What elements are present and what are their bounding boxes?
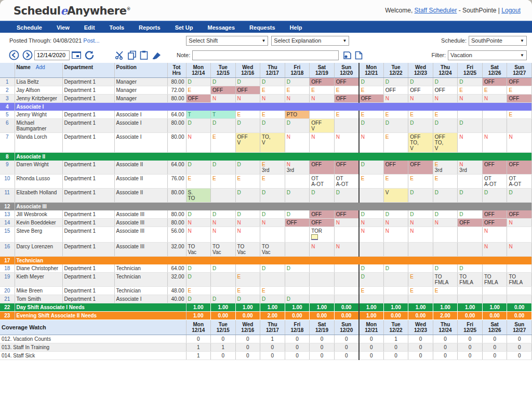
schedule-cell[interactable]: D: [211, 161, 236, 175]
shift-select[interactable]: Select Shift▼: [186, 36, 268, 46]
schedule-cell[interactable]: OFF: [408, 161, 433, 175]
schedule-cell[interactable]: [211, 273, 236, 287]
schedule-cell[interactable]: OFF: [482, 161, 507, 175]
schedule-cell[interactable]: N: [235, 227, 260, 243]
schedule-cell[interactable]: D: [186, 161, 211, 175]
schedule-cell[interactable]: TOFMLA: [458, 273, 483, 287]
schedule-cell[interactable]: OFF: [186, 95, 211, 103]
date-input[interactable]: [34, 50, 70, 60]
refresh-icon[interactable]: [85, 50, 94, 60]
schedule-cell[interactable]: D: [433, 264, 458, 273]
schedule-cell[interactable]: [383, 243, 408, 257]
schedule-cell[interactable]: E: [334, 86, 359, 95]
schedule-cell[interactable]: OFF: [310, 210, 335, 219]
schedule-cell[interactable]: [285, 227, 310, 243]
schedule-cell[interactable]: N: [211, 227, 236, 243]
schedule-cell[interactable]: E: [433, 111, 458, 119]
schedule-cell[interactable]: D: [186, 210, 211, 219]
schedule-cell[interactable]: [383, 287, 408, 295]
schedule-cell[interactable]: [310, 287, 335, 295]
schedule-cell[interactable]: N: [458, 133, 483, 153]
schedule-cell[interactable]: [260, 273, 285, 287]
schedule-cell[interactable]: [482, 287, 507, 295]
schedule-cell[interactable]: E: [408, 175, 433, 189]
schedule-cell[interactable]: OFF: [310, 78, 335, 86]
schedule-cell[interactable]: [507, 264, 532, 273]
schedule-cell[interactable]: [458, 243, 483, 257]
schedule-cell[interactable]: N: [334, 219, 359, 227]
schedule-cell[interactable]: N: [260, 219, 285, 227]
save-note-icon[interactable]: [343, 51, 352, 60]
new-note-icon[interactable]: [355, 51, 363, 60]
employee-name[interactable]: Wanda Lorch: [15, 133, 62, 153]
schedule-cell[interactable]: OFFV: [310, 119, 335, 133]
schedule-cell[interactable]: D: [186, 273, 211, 287]
nav-item-tools[interactable]: Tools: [102, 24, 132, 31]
schedule-cell[interactable]: OFF: [408, 86, 433, 95]
schedule-cell[interactable]: N: [235, 219, 260, 227]
schedule-cell[interactable]: TOFMLA: [433, 273, 458, 287]
employee-name[interactable]: Rhonda Lusso: [15, 175, 62, 189]
schedule-cell[interactable]: TOVac: [186, 243, 211, 257]
schedule-cell[interactable]: [482, 264, 507, 273]
schedule-cell[interactable]: PTO: [285, 111, 310, 119]
copy-icon[interactable]: [127, 50, 137, 60]
nav-item-view[interactable]: View: [49, 24, 77, 31]
schedule-cell[interactable]: T: [211, 111, 236, 119]
schedule-cell[interactable]: D: [285, 264, 310, 273]
schedule-cell[interactable]: N: [260, 95, 285, 103]
schedule-cell[interactable]: N: [507, 133, 532, 153]
schedule-cell[interactable]: D: [260, 119, 285, 133]
schedule-cell[interactable]: N: [334, 243, 359, 257]
paste-icon[interactable]: [140, 50, 148, 60]
schedule-cell[interactable]: D: [285, 210, 310, 219]
schedule-cell[interactable]: [334, 287, 359, 295]
user-link[interactable]: Staff Scheduler: [415, 7, 457, 14]
nav-item-edit[interactable]: Edit: [77, 24, 102, 31]
schedule-cell[interactable]: [285, 243, 310, 257]
schedule-cell[interactable]: OFF: [235, 86, 260, 95]
schedule-cell[interactable]: D: [260, 264, 285, 273]
schedule-cell[interactable]: D: [458, 189, 483, 203]
note-input[interactable]: [192, 50, 339, 60]
schedule-cell[interactable]: [458, 227, 483, 243]
schedule-cell[interactable]: TOVac: [260, 243, 285, 257]
schedule-cell[interactable]: N: [507, 243, 532, 257]
schedule-cell[interactable]: D: [235, 210, 260, 219]
schedule-cell[interactable]: D: [211, 210, 236, 219]
schedule-cell[interactable]: E: [433, 175, 458, 189]
schedule-cell[interactable]: E3rd: [260, 161, 285, 175]
schedule-cell[interactable]: TOVac: [235, 243, 260, 257]
schedule-cell[interactable]: OFF: [334, 210, 359, 219]
employee-name[interactable]: Jenny Kritzberger: [15, 95, 62, 103]
schedule-cell[interactable]: D: [359, 264, 384, 273]
schedule-cell[interactable]: [458, 175, 483, 189]
schedule-cell[interactable]: D: [507, 189, 532, 203]
schedule-cell[interactable]: E: [408, 287, 433, 295]
eraser-icon[interactable]: [151, 51, 162, 59]
employee-name[interactable]: Lisa Beltz: [15, 78, 62, 86]
schedule-cell[interactable]: D: [211, 78, 236, 86]
schedule-cell[interactable]: D: [359, 161, 384, 175]
schedule-cell[interactable]: OFF: [285, 219, 310, 227]
schedule-cell[interactable]: OFFTO,V: [433, 133, 458, 153]
schedule-cell[interactable]: D: [458, 210, 483, 219]
logout-link[interactable]: Logout: [501, 7, 521, 14]
nav-item-help[interactable]: Help: [283, 24, 310, 31]
cut-icon[interactable]: [115, 50, 124, 60]
schedule-cell[interactable]: N: [482, 227, 507, 243]
schedule-cell[interactable]: E: [186, 287, 211, 295]
schedule-cell[interactable]: N: [211, 219, 236, 227]
schedule-cell[interactable]: TO,V: [260, 133, 285, 153]
schedule-cell[interactable]: [458, 295, 483, 303]
schedule-cell[interactable]: [334, 295, 359, 303]
explanation-select[interactable]: Select Explanation▼: [271, 36, 349, 46]
schedule-cell[interactable]: N: [383, 227, 408, 243]
filter-select[interactable]: Vacation▼: [448, 50, 527, 60]
schedule-cell[interactable]: [383, 295, 408, 303]
employee-name[interactable]: Darren Wright: [15, 161, 62, 175]
schedule-cell[interactable]: OFF: [482, 210, 507, 219]
schedule-cell[interactable]: E: [260, 175, 285, 189]
schedule-cell[interactable]: OFF: [359, 95, 384, 103]
schedule-cell[interactable]: E: [235, 287, 260, 295]
